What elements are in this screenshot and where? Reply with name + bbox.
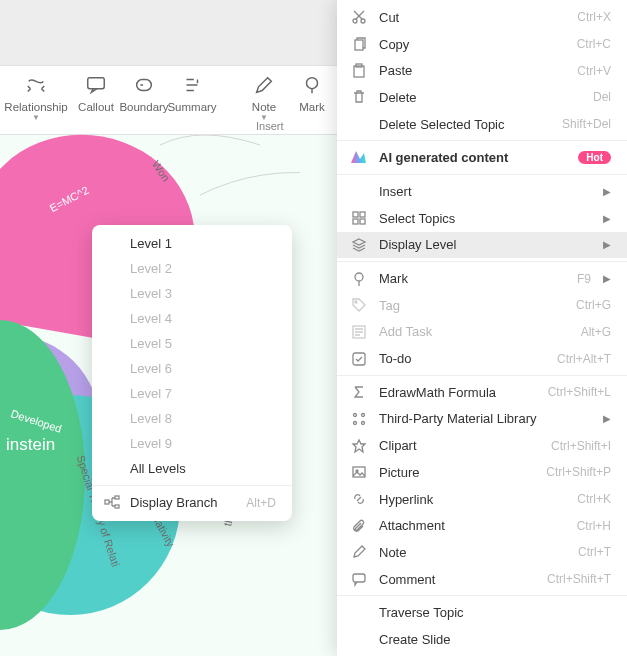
menu-item-traverse[interactable]: Traverse Topic bbox=[337, 599, 627, 626]
chevron-right-icon: ▶ bbox=[603, 186, 611, 197]
menu-item-cut[interactable]: CutCtrl+X bbox=[337, 4, 627, 31]
menu-item-third-party[interactable]: Third-Party Material Library▶ bbox=[337, 406, 627, 433]
tool-note[interactable]: Note ▼ bbox=[240, 66, 288, 122]
submenu-item-level-7[interactable]: Level 7 bbox=[92, 381, 292, 406]
menu-item-edrawmath[interactable]: EdrawMath FormulaCtrl+Shift+L bbox=[337, 379, 627, 406]
toolbar-group-label: Insert bbox=[256, 120, 284, 132]
mark-icon bbox=[351, 271, 367, 287]
menu-item-select-topics[interactable]: Select Topics▶ bbox=[337, 205, 627, 232]
menu-item-ai[interactable]: AI generated contentHot bbox=[337, 144, 627, 171]
svg-rect-13 bbox=[353, 219, 358, 224]
menu-item-paste[interactable]: PasteCtrl+V bbox=[337, 57, 627, 84]
picture-icon bbox=[351, 464, 367, 480]
callout-icon bbox=[85, 74, 107, 96]
submenu-item-level-4[interactable]: Level 4 bbox=[92, 306, 292, 331]
context-menu: CutCtrl+X CopyCtrl+C PasteCtrl+V DeleteD… bbox=[337, 0, 627, 656]
delete-icon bbox=[351, 89, 367, 105]
select-icon bbox=[351, 210, 367, 226]
svg-rect-14 bbox=[360, 219, 365, 224]
svg-rect-4 bbox=[115, 496, 119, 499]
attachment-icon bbox=[351, 518, 367, 534]
relationship-icon bbox=[25, 74, 47, 96]
svg-rect-0 bbox=[88, 78, 105, 89]
svg-point-21 bbox=[354, 421, 357, 424]
submenu-item-level-2[interactable]: Level 2 bbox=[92, 256, 292, 281]
menu-item-hyperlink[interactable]: HyperlinkCtrl+K bbox=[337, 486, 627, 513]
ai-icon bbox=[349, 149, 367, 167]
boundary-icon bbox=[133, 74, 155, 96]
menu-item-copy[interactable]: CopyCtrl+C bbox=[337, 31, 627, 58]
svg-rect-3 bbox=[105, 500, 109, 504]
menu-item-create-slide[interactable]: Create Slide bbox=[337, 626, 627, 653]
clipart-icon bbox=[351, 438, 367, 454]
center-topic-label: instein bbox=[6, 435, 55, 455]
separator bbox=[337, 595, 627, 596]
submenu-item-level-9[interactable]: Level 9 bbox=[92, 431, 292, 456]
svg-rect-12 bbox=[360, 212, 365, 217]
svg-point-2 bbox=[307, 78, 318, 89]
submenu-item-display-branch[interactable]: Display Branch Alt+D bbox=[92, 490, 292, 515]
tool-mark[interactable]: Mark bbox=[288, 66, 336, 113]
menu-item-clipart[interactable]: ClipartCtrl+Shift+I bbox=[337, 432, 627, 459]
display-level-submenu: Level 1 Level 2 Level 3 Level 4 Level 5 … bbox=[92, 225, 292, 521]
mark-icon bbox=[301, 74, 323, 96]
tool-boundary[interactable]: Boundary bbox=[120, 66, 168, 113]
tool-summary[interactable]: Summary bbox=[168, 66, 216, 113]
svg-rect-1 bbox=[137, 80, 152, 91]
submenu-item-level-6[interactable]: Level 6 bbox=[92, 356, 292, 381]
copy-icon bbox=[351, 36, 367, 52]
svg-rect-11 bbox=[353, 212, 358, 217]
svg-rect-25 bbox=[353, 574, 365, 582]
chevron-right-icon: ▶ bbox=[603, 213, 611, 224]
submenu-item-all-levels[interactable]: All Levels bbox=[92, 456, 292, 481]
branch-icon bbox=[104, 494, 120, 510]
menu-item-comment[interactable]: CommentCtrl+Shift+T bbox=[337, 566, 627, 593]
svg-rect-8 bbox=[355, 40, 363, 50]
submenu-item-level-1[interactable]: Level 1 bbox=[92, 231, 292, 256]
menu-item-attachment[interactable]: AttachmentCtrl+H bbox=[337, 512, 627, 539]
submenu-item-level-5[interactable]: Level 5 bbox=[92, 331, 292, 356]
menu-item-insert[interactable]: Insert▶ bbox=[337, 178, 627, 205]
grid-icon bbox=[351, 411, 367, 427]
note-icon bbox=[351, 544, 367, 560]
chevron-right-icon: ▶ bbox=[603, 413, 611, 424]
layers-icon bbox=[351, 237, 367, 253]
svg-point-6 bbox=[353, 19, 357, 23]
note-icon bbox=[253, 74, 275, 96]
comment-icon bbox=[351, 571, 367, 587]
menu-item-picture[interactable]: PictureCtrl+Shift+P bbox=[337, 459, 627, 486]
tool-callout[interactable]: Callout bbox=[72, 66, 120, 113]
menu-item-todo[interactable]: To-doCtrl+Alt+T bbox=[337, 345, 627, 372]
separator bbox=[337, 140, 627, 141]
svg-point-7 bbox=[361, 19, 365, 23]
submenu-item-level-8[interactable]: Level 8 bbox=[92, 406, 292, 431]
summary-icon bbox=[181, 74, 203, 96]
caret-down-icon: ▼ bbox=[32, 113, 40, 122]
menu-item-delete[interactable]: DeleteDel bbox=[337, 84, 627, 111]
svg-rect-9 bbox=[354, 66, 364, 77]
svg-point-20 bbox=[362, 413, 365, 416]
svg-point-15 bbox=[355, 273, 363, 281]
link-icon bbox=[351, 491, 367, 507]
menu-item-mark[interactable]: MarkF9▶ bbox=[337, 265, 627, 292]
tag-icon bbox=[351, 297, 367, 313]
paste-icon bbox=[351, 63, 367, 79]
svg-point-22 bbox=[362, 421, 365, 424]
submenu-item-level-3[interactable]: Level 3 bbox=[92, 281, 292, 306]
task-icon bbox=[351, 324, 367, 340]
menu-item-note[interactable]: NoteCtrl+T bbox=[337, 539, 627, 566]
chevron-right-icon: ▶ bbox=[603, 239, 611, 250]
chevron-right-icon: ▶ bbox=[603, 273, 611, 284]
separator bbox=[92, 485, 292, 486]
menu-item-display-level[interactable]: Display Level▶ bbox=[337, 232, 627, 259]
svg-rect-23 bbox=[353, 467, 365, 477]
sigma-icon bbox=[351, 384, 367, 400]
separator bbox=[337, 174, 627, 175]
hot-badge: Hot bbox=[578, 151, 611, 164]
menu-item-delete-selected[interactable]: Delete Selected TopicShift+Del bbox=[337, 111, 627, 138]
menu-item-tag[interactable]: TagCtrl+G bbox=[337, 292, 627, 319]
separator bbox=[337, 261, 627, 262]
todo-icon bbox=[351, 351, 367, 367]
tool-relationship[interactable]: Relationship ▼ bbox=[0, 66, 72, 122]
menu-item-add-task[interactable]: Add TaskAlt+G bbox=[337, 319, 627, 346]
